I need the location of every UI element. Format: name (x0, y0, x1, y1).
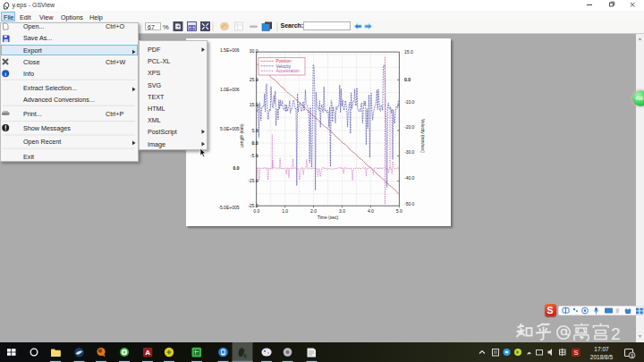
svg-text:30.0: 30.0 (250, 48, 258, 54)
svg-text:Position: Position (276, 59, 292, 63)
svg-text:2018/8/5: 2018/8/5 (590, 353, 614, 359)
svg-text:A: A (145, 349, 150, 357)
svg-text:Exit: Exit (23, 152, 34, 160)
svg-text:Open...: Open... (23, 22, 45, 30)
svg-text:PostScript: PostScript (148, 128, 177, 136)
svg-text:HTML: HTML (148, 105, 165, 113)
svg-text:5.0: 5.0 (396, 208, 402, 214)
svg-text:25.0: 25.0 (250, 77, 258, 82)
svg-text:Save As...: Save As... (23, 33, 52, 41)
svg-text:Length (mm): Length (mm) (240, 123, 244, 148)
svg-text:PCL-XL: PCL-XL (148, 57, 170, 65)
svg-text:Ctrl+O: Ctrl+O (106, 22, 124, 30)
svg-text:0.0: 0.0 (253, 208, 259, 214)
svg-text:1.0: 1.0 (282, 208, 288, 214)
svg-text:Show Messages: Show Messages (23, 123, 71, 131)
svg-text:15.0: 15.0 (250, 102, 258, 107)
svg-text:Close: Close (23, 58, 39, 66)
svg-text:Extract Selection...: Extract Selection... (23, 83, 77, 91)
svg-text:Print...: Print... (23, 109, 42, 117)
svg-text:Advanced Conversions...: Advanced Conversions... (23, 96, 95, 104)
svg-text:Velocity (mm/sec): Velocity (mm/sec) (420, 119, 425, 153)
svg-text:TEXT: TEXT (148, 93, 165, 101)
svg-text:-15.0: -15.0 (248, 178, 258, 183)
svg-text:0.0: 0.0 (252, 140, 258, 146)
svg-text:-40.0: -40.0 (404, 175, 415, 181)
svg-text:1: 1 (631, 352, 633, 358)
svg-text:Export: Export (23, 46, 42, 54)
svg-text:Velocity: Velocity (276, 64, 292, 69)
svg-text:-50.0: -50.0 (404, 201, 415, 206)
svg-text:2.0: 2.0 (310, 208, 317, 214)
svg-text:Ctrl+W: Ctrl+W (106, 58, 125, 66)
svg-text:5.0E+005: 5.0E+005 (220, 126, 240, 131)
svg-text:5.0: 5.0 (252, 128, 258, 133)
svg-text:S: S (573, 349, 579, 357)
svg-text:-20.0: -20.0 (404, 124, 415, 130)
svg-text:Open Recent: Open Recent (23, 137, 61, 145)
svg-text:17:07: 17:07 (594, 346, 609, 352)
svg-text:3.0: 3.0 (339, 208, 345, 214)
svg-text:Image: Image (148, 140, 165, 148)
svg-text:0.0: 0.0 (404, 77, 411, 82)
svg-text:SVG: SVG (148, 81, 162, 89)
svg-text:XPS: XPS (148, 69, 161, 77)
svg-text:2: 2 (611, 324, 621, 342)
svg-text:s: s (243, 351, 247, 358)
svg-text:Info: Info (23, 69, 34, 77)
svg-text:-10.0: -10.0 (404, 99, 415, 105)
svg-text:Time (sec): Time (sec) (318, 215, 339, 220)
svg-text:Ctrl+P: Ctrl+P (106, 109, 123, 117)
svg-text:15.0: 15.0 (404, 49, 413, 55)
svg-text:1.0E+006: 1.0E+006 (220, 87, 240, 92)
svg-text:Acceleration: Acceleration (276, 69, 301, 73)
svg-text:XML: XML (148, 116, 161, 124)
svg-text:-5.0E+005: -5.0E+005 (218, 205, 239, 210)
svg-text:-30.0: -30.0 (404, 149, 415, 155)
svg-text:4.0: 4.0 (368, 208, 374, 214)
svg-text:1.5E+006: 1.5E+006 (220, 47, 240, 53)
svg-text:PDF: PDF (148, 46, 161, 54)
svg-text:-5.0: -5.0 (250, 153, 258, 158)
svg-text:0.0: 0.0 (233, 165, 240, 171)
